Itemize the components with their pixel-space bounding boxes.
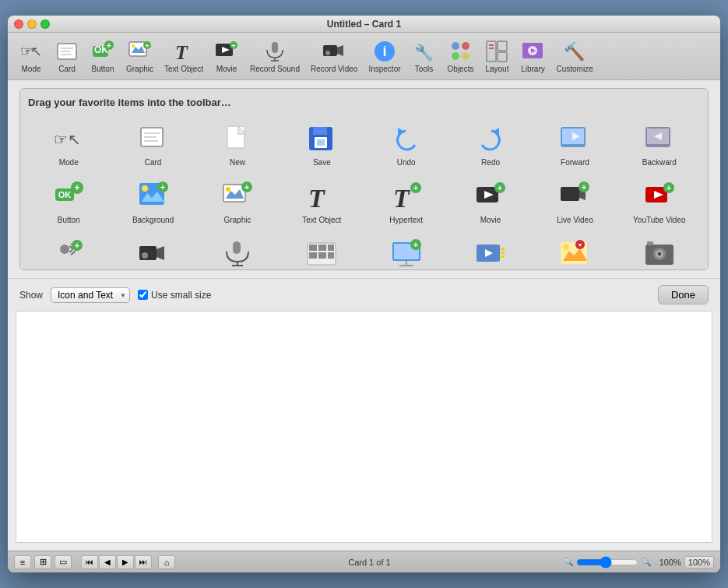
grid-item-sound[interactable]: + Sound [28,233,109,270]
grid-item-card[interactable]: Card [112,118,193,172]
grid-item-backward[interactable]: Backward [619,118,700,172]
toolbar-button-label: Button [92,65,114,73]
show-label: Show [19,290,43,301]
first-card-button[interactable]: ⏮ [81,555,98,569]
grid-item-storyboard[interactable]: Storyboard [281,233,362,270]
grid-live-video-label: Live Video [557,216,593,225]
grid-graphic-label: Graphic [223,216,251,225]
grid-item-mode[interactable]: ☞ ↖ Mode [28,118,109,172]
items-grid: ☞ ↖ Mode Card [28,118,700,270]
stacks-view-button[interactable]: ≡ [14,555,31,569]
toolbar-card[interactable]: Card [50,36,84,76]
grid-background-label: Background [132,216,174,225]
toolbar-record-sound[interactable]: Record Sound [245,36,304,76]
done-button[interactable]: Done [658,285,709,305]
home-button[interactable]: ⌂ [158,555,175,569]
toolbar-record-sound-label: Record Sound [250,65,300,73]
zoom-slider[interactable] [576,556,638,569]
grid-redo-label: Redo [481,158,500,167]
customize-icon: 🔨 [562,39,587,64]
screen-view-button[interactable]: ▭ [55,555,72,569]
grid-item-graphic[interactable]: + Graphic [197,175,278,230]
toolbar-record-video[interactable]: Record Video [306,36,362,76]
grid-item-movie[interactable]: + Movie [450,175,531,230]
toolbar-library[interactable]: Library [515,36,550,76]
grid-save-label: Save [313,158,331,167]
svg-text:+: + [107,41,111,50]
svg-text:i: i [382,44,386,59]
toolbar-layout[interactable]: Layout [480,36,514,76]
grid-item-hypertext[interactable]: T + Hypertext [366,175,447,230]
toolbar-customize[interactable]: 🔨 Customize [551,36,597,76]
grid-hypertext-label: Hypertext [389,216,423,225]
grid-item-youtube-video[interactable]: + YouTube Video [619,175,700,230]
toolbar-inspector-label: Inspector [368,65,400,73]
toolbar-button[interactable]: OK + Button [86,36,120,76]
grid-item-live-video[interactable]: + Live Video [534,175,615,230]
grid-forward-label: Forward [561,158,589,167]
grid-presentation-icon: + [389,238,424,270]
svg-point-68 [142,185,148,192]
toolbar-record-video-label: Record Video [311,65,357,73]
toolbar-mode[interactable]: ☞ ↖ Mode [14,36,48,76]
svg-point-121 [563,244,569,250]
zoom-area: 🔍 🔍 100% 100% [564,556,714,569]
toolbar-movie[interactable]: + Movie [209,36,244,76]
toolbar-objects[interactable]: Objects [443,36,479,76]
svg-rect-53 [317,139,325,146]
library-icon [520,39,545,64]
grid-item-text-object[interactable]: T Text Object [281,175,362,230]
close-button[interactable] [14,19,23,29]
grid-item-forward[interactable]: Forward [534,118,615,172]
svg-text:+: + [160,182,164,192]
toolbar-text-object[interactable]: T Text Object [160,36,208,76]
minimize-button[interactable] [27,19,37,29]
grid-image-effects-icon [557,238,592,270]
prev-card-button[interactable]: ◀ [99,555,116,569]
grid-item-new[interactable]: New [197,118,278,172]
show-select[interactable]: Icon and Text Icon Only Text Only [51,287,130,303]
grid-item-capture-image[interactable]: Capture Image [619,233,700,270]
grid-item-presentation[interactable]: + Presentation [366,233,447,270]
grid-button-label: Button [58,216,80,225]
grid-item-undo[interactable]: Undo [366,118,447,172]
last-card-button[interactable]: ⏭ [135,555,152,569]
grid-item-save[interactable]: Save [281,118,362,172]
grid-item-redo[interactable]: Redo [450,118,531,172]
svg-rect-23 [323,45,337,56]
svg-rect-107 [328,252,334,259]
window-title: Untitled – Card 1 [327,19,401,30]
toolbar-graphic[interactable]: + Graphic [121,36,158,76]
small-size-checkbox[interactable] [138,290,148,300]
small-size-label[interactable]: Use small size [138,290,211,301]
svg-marker-96 [157,246,164,260]
grid-item-button[interactable]: OK + Button [28,175,109,230]
grid-undo-label: Undo [397,158,416,167]
next-card-button[interactable]: ▶ [117,555,134,569]
svg-rect-34 [498,41,507,51]
mode-icon: ☞ ↖ [19,39,44,64]
grid-redo-icon [473,122,508,157]
svg-text:OK: OK [58,190,72,199]
svg-point-31 [452,52,459,60]
grid-item-image-effects[interactable]: Image Effects [534,233,615,270]
toolbar-inspector[interactable]: i Inspector [364,36,405,76]
zoom-reset-button[interactable]: 100% [684,556,714,569]
grid-item-background[interactable]: + Background [112,175,193,230]
grid-item-slide-show[interactable]: Slide Show [450,233,531,270]
svg-rect-128 [647,241,653,245]
grid-item-record-sound[interactable]: Record Sound [197,233,278,270]
maximize-button[interactable] [40,19,50,29]
cards-view-button[interactable]: ⊞ [34,555,51,569]
svg-text:🔧: 🔧 [414,43,434,62]
grid-item-record-video[interactable]: Record Video [112,233,193,270]
svg-text:T: T [308,184,325,213]
toolbar-objects-label: Objects [448,65,474,73]
toolbar-tools[interactable]: 🔧 Tools [407,36,441,76]
show-select-wrapper[interactable]: Icon and Text Icon Only Text Only [51,287,130,303]
svg-text:+: + [75,182,80,193]
svg-text:+: + [413,240,417,249]
grid-undo-icon [389,122,424,157]
svg-point-30 [462,42,470,50]
grid-backward-label: Backward [642,158,677,167]
